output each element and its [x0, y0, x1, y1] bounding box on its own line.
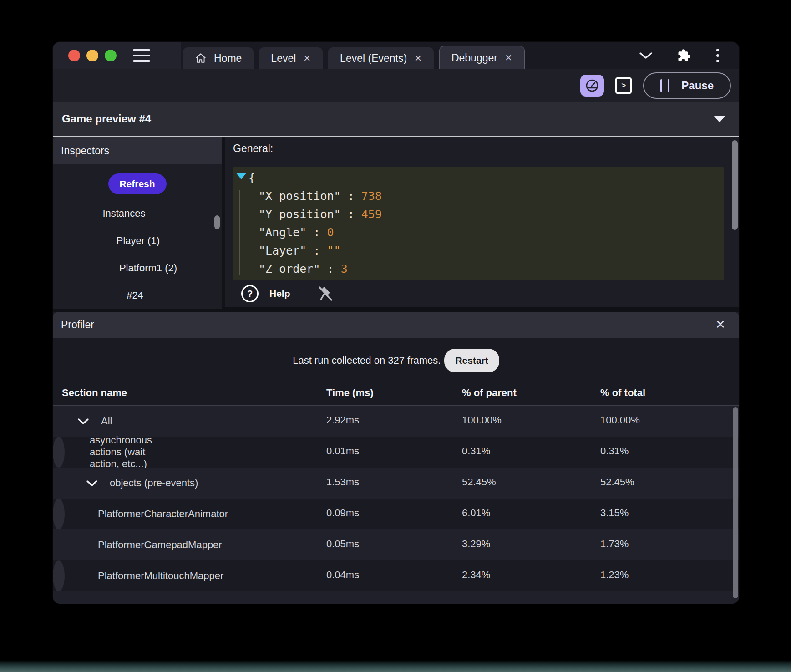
inspectors-panel: Inspectors Refresh Instances Player (1) … — [53, 137, 222, 307]
table-row[interactable]: PlatformerGamepadMapper 0.05ms 3.29% 1.7… — [53, 529, 739, 560]
home-icon — [195, 52, 207, 64]
extensions-puzzle-icon[interactable] — [677, 49, 691, 62]
json-content: { "X position" : 738 "Y position" : 459 … — [233, 167, 724, 278]
close-tab-icon[interactable]: ✕ — [303, 54, 311, 63]
game-preview-header[interactable]: Game preview #4 — [53, 102, 739, 137]
tab-label: Level (Events) — [340, 52, 407, 65]
percent-total-value: 100.00% — [600, 414, 640, 426]
pause-button[interactable]: Pause — [643, 72, 731, 99]
kebab-menu-icon[interactable] — [715, 48, 720, 63]
inspectors-scrollbar[interactable] — [214, 215, 220, 229]
titlebar: Home Level ✕ Level (Events) ✕ Debugger ✕ — [53, 42, 739, 69]
help-label: Help — [269, 288, 290, 299]
percent-total-value: 1.23% — [600, 569, 629, 581]
profiler-status-row: Last run collected on 327 frames. Restar… — [53, 338, 739, 383]
time-value: 0.09ms — [326, 507, 359, 519]
json-separator: : — [306, 244, 327, 257]
json-entry: "Z order" : 3 — [248, 260, 724, 278]
tab-level[interactable]: Level ✕ — [259, 47, 323, 69]
column-header-section-name: Section name — [62, 387, 127, 399]
json-key: "Y position" — [259, 208, 341, 221]
tab-debugger[interactable]: Debugger ✕ — [439, 46, 525, 69]
pause-label: Pause — [681, 79, 714, 92]
help-circle-icon[interactable]: ? — [241, 285, 259, 302]
column-header-percent-total: % of total — [600, 387, 645, 399]
tab-level-events[interactable]: Level (Events) ✕ — [328, 47, 434, 69]
pause-icon — [660, 79, 669, 92]
screen: Home Level ✕ Level (Events) ✕ Debugger ✕ — [0, 0, 791, 672]
console-button[interactable]: > — [615, 77, 632, 94]
close-profiler-icon[interactable]: ✕ — [715, 319, 725, 331]
json-open-brace: { — [248, 169, 724, 187]
chevron-down-icon[interactable] — [639, 52, 653, 59]
zoom-window-button[interactable] — [105, 50, 117, 61]
table-row[interactable]: asynchronous actions (wait action, etc..… — [53, 437, 65, 468]
json-key: "Z order" — [259, 262, 320, 275]
titlebar-right-icons — [639, 42, 739, 69]
json-collapse-triangle-icon[interactable] — [236, 173, 247, 179]
json-indent-guide — [239, 190, 240, 275]
percent-total-value: 0.31% — [600, 445, 629, 457]
close-tab-icon[interactable]: ✕ — [414, 54, 422, 63]
section-name: All — [101, 415, 112, 427]
pin-off-icon[interactable] — [318, 285, 333, 302]
inspector-item-player[interactable]: Player (1) — [117, 227, 160, 255]
json-separator: : — [306, 226, 327, 239]
collapse-caret-icon[interactable] — [714, 116, 725, 122]
time-value: 0.05ms — [326, 538, 359, 550]
tab-label: Home — [214, 52, 242, 65]
general-title: General: — [233, 143, 273, 155]
profiler-table-header: Section name Time (ms) % of parent % of … — [53, 383, 739, 405]
json-separator: : — [341, 208, 361, 221]
json-value: 738 — [361, 189, 382, 203]
tab-bar: Home Level ✕ Level (Events) ✕ Debugger ✕ — [183, 42, 525, 69]
table-row[interactable]: All 2.92ms 100.00% 100.00% — [53, 406, 739, 437]
inspectors-list: Refresh Instances Player (1) Platform1 (… — [53, 164, 222, 309]
json-value: 459 — [361, 208, 382, 221]
percent-total-value: 52.45% — [600, 476, 634, 488]
section-name: objects (pre-events) — [110, 477, 198, 489]
percent-parent-value: 0.31% — [462, 445, 490, 457]
json-key: "Layer" — [259, 244, 306, 257]
app-window: Home Level ✕ Level (Events) ✕ Debugger ✕ — [53, 42, 739, 604]
general-scrollbar[interactable] — [732, 140, 738, 230]
inspectors-header: Inspectors — [53, 137, 222, 164]
general-panel: General: { "X position" : 738 "Y positio… — [225, 137, 739, 307]
table-row[interactable]: PlatformerMultitouchMapper 0.04ms 2.34% … — [53, 560, 65, 591]
percent-parent-value: 52.45% — [462, 476, 496, 488]
json-separator: : — [341, 189, 361, 203]
time-value: 0.04ms — [326, 569, 359, 581]
close-window-button[interactable] — [68, 50, 80, 61]
json-entry: "Layer" : "" — [248, 242, 724, 260]
inspector-item-instances[interactable]: Instances — [102, 200, 145, 227]
desktop-background-strip — [0, 660, 791, 672]
restart-button[interactable]: Restart — [444, 349, 499, 372]
time-value: 1.53ms — [326, 476, 359, 488]
hamburger-menu-icon[interactable] — [133, 49, 150, 62]
chevron-down-icon[interactable] — [77, 418, 89, 425]
refresh-button[interactable]: Refresh — [108, 173, 167, 194]
percent-total-value: 1.73% — [600, 538, 629, 550]
section-name: asynchronous actions (wait action, etc..… — [90, 434, 152, 470]
section-name: PlatformerCharacterAnimator — [98, 508, 228, 520]
table-row[interactable]: objects (pre-events) 1.53ms 52.45% 52.45… — [53, 468, 739, 499]
json-value: 0 — [327, 226, 334, 239]
minimize-window-button[interactable] — [86, 50, 98, 61]
chevron-down-icon[interactable] — [86, 480, 98, 487]
table-row[interactable]: PlatformerCharacterAnimator 0.09ms 6.01%… — [53, 499, 65, 529]
panel-divider — [222, 137, 225, 307]
inspector-item-label: Player (1) — [117, 235, 160, 247]
game-preview-title: Game preview #4 — [62, 112, 151, 125]
table-bottom-filler — [53, 591, 739, 604]
inspector-item-instance-24[interactable]: #24 — [127, 282, 143, 309]
profiler-speedometer-button[interactable] — [580, 75, 604, 97]
profiler-status-text: Last run collected on 327 frames. — [293, 355, 441, 367]
json-entry: "X position" : 738 — [248, 187, 724, 205]
inspector-item-platform1[interactable]: Platform1 (2) — [119, 255, 177, 282]
tab-home[interactable]: Home — [183, 47, 254, 69]
debugger-toolbar: > Pause — [53, 69, 739, 102]
inspectors-title: Inspectors — [61, 145, 109, 157]
profiler-scrollbar[interactable] — [733, 407, 738, 598]
percent-parent-value: 2.34% — [462, 569, 490, 581]
close-tab-icon[interactable]: ✕ — [505, 53, 512, 62]
